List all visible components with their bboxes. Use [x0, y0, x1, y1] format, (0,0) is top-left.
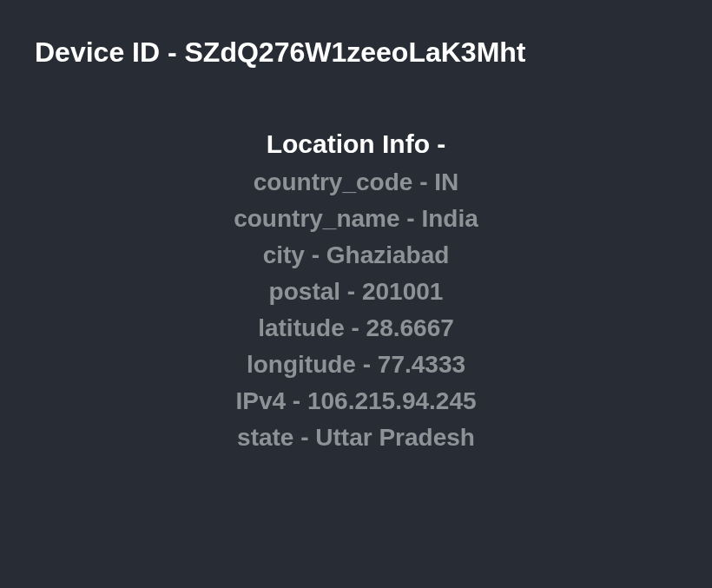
location-country-code: country_code - IN — [0, 164, 712, 201]
location-info-section: Location Info - country_code - IN countr… — [0, 129, 712, 456]
location-info-heading: Location Info - — [0, 129, 712, 159]
location-postal: postal - 201001 — [0, 274, 712, 310]
location-latitude: latitude - 28.6667 — [0, 310, 712, 347]
location-country-name: country_name - India — [0, 201, 712, 237]
location-state: state - Uttar Pradesh — [0, 420, 712, 456]
location-longitude: longitude - 77.4333 — [0, 347, 712, 383]
location-ipv4: IPv4 - 106.215.94.245 — [0, 383, 712, 420]
location-city: city - Ghaziabad — [0, 237, 712, 274]
device-id-title: Device ID - SZdQ276W1zeeoLaK3Mht — [0, 0, 712, 69]
